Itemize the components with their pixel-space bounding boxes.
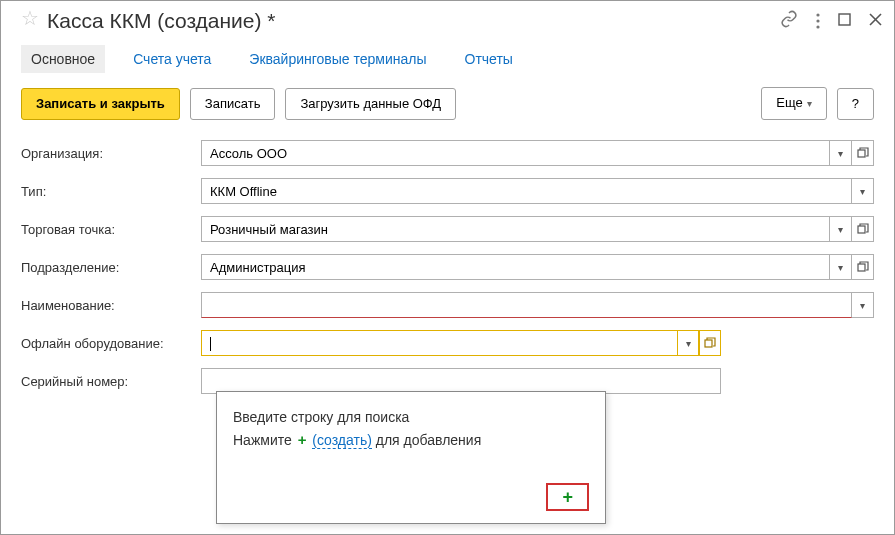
label-type: Тип:: [21, 184, 201, 199]
type-dropdown-icon[interactable]: ▾: [852, 178, 874, 204]
svg-rect-8: [858, 264, 865, 271]
tab-reports[interactable]: Отчеты: [455, 45, 523, 73]
organization-open-icon[interactable]: [852, 140, 874, 166]
window-controls: [780, 10, 882, 32]
close-icon[interactable]: [869, 13, 882, 29]
load-ofd-button[interactable]: Загрузить данные ОФД: [285, 88, 456, 120]
dropdown-for-add-text: для добавления: [376, 432, 481, 448]
svg-point-2: [816, 25, 819, 28]
store-dropdown-icon[interactable]: ▾: [830, 216, 852, 242]
svg-rect-9: [705, 340, 712, 347]
tab-terminals[interactable]: Эквайринговые терминалы: [239, 45, 436, 73]
svg-point-0: [816, 13, 819, 16]
organization-dropdown-icon[interactable]: ▾: [830, 140, 852, 166]
link-icon[interactable]: [780, 10, 798, 32]
titlebar: ☆ Касса ККМ (создание) *: [1, 1, 894, 41]
window-title: Касса ККМ (создание) *: [47, 9, 772, 33]
name-dropdown-icon[interactable]: ▾: [852, 292, 874, 318]
store-open-icon[interactable]: [852, 216, 874, 242]
add-new-button[interactable]: +: [546, 483, 589, 511]
label-department: Подразделение:: [21, 260, 201, 275]
more-button[interactable]: Еще▾: [761, 87, 826, 120]
offline-equipment-dropdown: Введите строку для поиска Нажмите + (соз…: [216, 391, 606, 524]
tab-main[interactable]: Основное: [21, 45, 105, 73]
department-dropdown-icon[interactable]: ▾: [830, 254, 852, 280]
row-department: Подразделение: ▾: [21, 248, 874, 286]
window: ☆ Касса ККМ (создание) * Основное Счета …: [0, 0, 895, 535]
offline-equipment-dropdown-icon[interactable]: ▾: [677, 330, 699, 356]
create-link[interactable]: (создать): [312, 432, 372, 449]
tab-accounts[interactable]: Счета учета: [123, 45, 221, 73]
row-organization: Организация: ▾: [21, 134, 874, 172]
more-button-label: Еще: [776, 95, 802, 110]
text-cursor: [210, 337, 211, 351]
svg-point-1: [816, 19, 819, 22]
row-offline-equipment: Офлайн оборудование: ▾: [21, 324, 874, 362]
type-field[interactable]: [201, 178, 852, 204]
form-area: Организация: ▾ Тип: ▾ Торговая точка: ▾: [1, 134, 894, 400]
favorite-star-icon[interactable]: ☆: [21, 6, 39, 30]
svg-rect-3: [839, 14, 850, 25]
label-organization: Организация:: [21, 146, 201, 161]
maximize-icon[interactable]: [838, 13, 851, 29]
save-and-close-button[interactable]: Записать и закрыть: [21, 88, 180, 120]
row-store: Торговая точка: ▾: [21, 210, 874, 248]
toolbar: Записать и закрыть Записать Загрузить да…: [1, 83, 894, 134]
organization-field[interactable]: [201, 140, 830, 166]
offline-equipment-field[interactable]: [201, 330, 677, 356]
save-button[interactable]: Записать: [190, 88, 276, 120]
row-type: Тип: ▾: [21, 172, 874, 210]
svg-rect-7: [858, 226, 865, 233]
plus-icon: +: [562, 487, 573, 507]
label-name: Наименование:: [21, 298, 201, 313]
dropdown-press-text: Нажмите: [233, 432, 292, 448]
section-tabs: Основное Счета учета Эквайринговые терми…: [1, 41, 894, 83]
svg-rect-6: [858, 150, 865, 157]
row-name: Наименование: ▾: [21, 286, 874, 324]
label-store: Торговая точка:: [21, 222, 201, 237]
plus-icon: +: [298, 431, 307, 448]
offline-equipment-open-icon[interactable]: [699, 330, 721, 356]
kebab-menu-icon[interactable]: [816, 13, 820, 29]
name-field[interactable]: [201, 292, 852, 318]
help-button[interactable]: ?: [837, 88, 874, 120]
dropdown-search-hint: Введите строку для поиска: [233, 406, 589, 428]
label-offline-equipment: Офлайн оборудование:: [21, 336, 201, 351]
label-serial: Серийный номер:: [21, 374, 201, 389]
department-field[interactable]: [201, 254, 830, 280]
chevron-down-icon: ▾: [807, 98, 812, 109]
store-field[interactable]: [201, 216, 830, 242]
dropdown-create-hint: Нажмите + (создать) для добавления: [233, 428, 589, 451]
department-open-icon[interactable]: [852, 254, 874, 280]
